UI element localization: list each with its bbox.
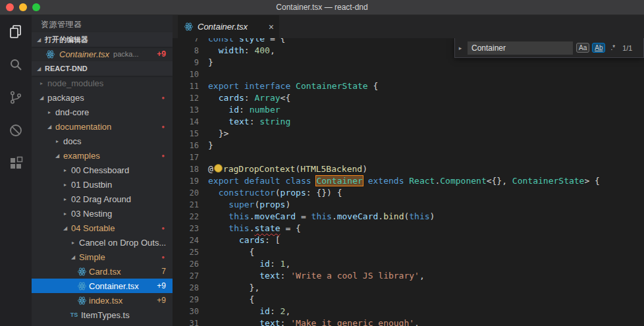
tree-item-dnd-core[interactable]: ▸dnd-core [32,105,173,119]
code-line-13[interactable]: 13 id: number [173,104,644,116]
line-content: export interface ContainerState { [208,80,644,92]
project-section-header[interactable]: ◢ REACT-DND [32,61,173,76]
line-number[interactable]: 11 [173,80,208,92]
code-line-15[interactable]: 15 }> [173,128,644,140]
line-number[interactable]: 9 [173,57,208,68]
open-editors-header[interactable]: ◢ 打开的编辑器 [32,32,173,47]
tree-item-docs[interactable]: ▸docs [32,134,173,148]
code-line-31[interactable]: 31 text: 'Make it generic enough', [173,317,644,326]
whole-word-button[interactable]: Ab [592,43,605,53]
toggle-replace-button[interactable]: ▸ [456,45,464,51]
close-window-button[interactable] [6,3,14,11]
code-line-16[interactable]: 16} [173,140,644,151]
tree-item-01-dustbin[interactable]: ▸01 Dustbin [32,177,173,192]
tree-item-index-tsx[interactable]: index.tsx+9 [32,293,173,308]
window-title: Container.tsx — react-dnd [0,3,644,12]
git-badge: +9 [157,296,166,305]
line-number[interactable]: 15 [173,128,208,140]
code-line-28[interactable]: 28 }, [173,282,644,294]
chevron-expanded-icon: ◢ [45,124,54,130]
line-number[interactable]: 20 [173,187,208,199]
code-line-23[interactable]: 23 this.state = { [173,223,644,234]
tree-item-00-chessboard[interactable]: ▸00 Chessboard [32,163,173,177]
tree-item-node-modules[interactable]: ▸node_modules [32,76,173,90]
line-number[interactable]: 31 [173,317,208,326]
react-file-icon [76,266,88,277]
file-tree: ▸node_modules◢packages●▸dnd-core◢documen… [32,76,173,326]
line-number[interactable]: 13 [173,104,208,116]
tree-item-examples[interactable]: ◢examples● [32,148,173,163]
tree-item-simple[interactable]: ◢Simple● [32,250,173,264]
tree-item-itemtypes-ts[interactable]: TSItemTypes.ts [32,308,173,322]
code-line-10[interactable]: 10 [173,68,644,80]
tree-item-card-tsx[interactable]: Card.tsx7 [32,264,173,279]
code-line-26[interactable]: 26 id: 1, [173,258,644,270]
line-number[interactable]: 27 [173,270,208,282]
line-number[interactable]: 16 [173,140,208,151]
line-number[interactable]: 30 [173,306,208,317]
tree-item-03-nesting[interactable]: ▸03 Nesting [32,206,173,221]
line-content: { [208,246,644,258]
code-line-21[interactable]: 21 super(props) [173,199,644,211]
chevron-expanded-icon: ◢ [37,95,46,101]
line-number[interactable]: 18 [173,163,208,175]
line-number[interactable]: 25 [173,246,208,258]
line-number[interactable]: 19 [173,175,208,187]
code-line-14[interactable]: 14 text: string [173,116,644,128]
code-line-24[interactable]: 24 cards: [ [173,234,644,246]
line-number[interactable]: 24 [173,234,208,246]
code-line-9[interactable]: 9} [173,57,644,68]
tab-container-tsx[interactable]: Container.tsx × [178,15,279,38]
code-line-30[interactable]: 30 id: 2, [173,306,644,317]
line-number[interactable]: 28 [173,282,208,294]
find-input[interactable] [468,41,573,55]
close-tab-icon[interactable]: × [269,22,274,32]
line-number[interactable]: 8 [173,45,208,57]
typescript-file-icon: TS [68,310,80,320]
tree-item-label: 01 Dustbin [71,180,112,190]
line-number[interactable]: 12 [173,92,208,104]
line-number[interactable]: 23 [173,223,208,234]
tree-item-cancel-on-drop-outs[interactable]: ▸Cancel on Drop Outs... [32,235,173,250]
search-icon[interactable] [7,56,24,73]
line-number[interactable]: 10 [173,68,208,80]
code-line-12[interactable]: 12 cards: Array<{ [173,92,644,104]
line-number[interactable]: 22 [173,211,208,223]
code-line-20[interactable]: 20 constructor(props: {}) { [173,187,644,199]
code-line-29[interactable]: 29 { [173,294,644,306]
find-results-count: 1/1 [622,44,632,52]
code-line-11[interactable]: 11export interface ContainerState { [173,80,644,92]
line-number[interactable]: 7 [173,38,208,45]
tree-item-stress-test[interactable]: ▸Stress Test [32,322,173,326]
tree-item-packages[interactable]: ◢packages● [32,90,173,105]
line-number[interactable]: 14 [173,116,208,128]
code-line-18[interactable]: 18@ragDropContext(HTML5Backend) [173,163,644,175]
minimize-window-button[interactable] [19,3,27,11]
code-line-17[interactable]: 17 [173,151,644,163]
code-editor[interactable]: 7const style = {8 width: 400,9}1011expor… [173,38,644,326]
line-number[interactable]: 29 [173,294,208,306]
extensions-icon[interactable] [7,155,24,172]
tree-item-02-drag-around[interactable]: ▸02 Drag Around [32,192,173,206]
files-icon[interactable] [7,23,24,40]
code-line-27[interactable]: 27 text: 'Write a cool JS library', [173,270,644,282]
tree-item-04-sortable[interactable]: ◢04 Sortable● [32,221,173,235]
tree-item-container-tsx[interactable]: Container.tsx+9 [32,279,173,293]
line-content: text: string [208,116,644,128]
tab-label: Container.tsx [198,22,265,32]
regex-button[interactable]: .* [608,43,618,53]
tree-item-documentation[interactable]: ◢documentation● [32,119,173,134]
code-line-19[interactable]: 19export default class Container extends… [173,175,644,187]
code-line-25[interactable]: 25 { [173,246,644,258]
line-number[interactable]: 17 [173,151,208,163]
match-case-button[interactable]: Aa [576,43,589,53]
line-content: constructor(props: {}) { [208,187,644,199]
chevron-collapsed-icon: ▸ [45,109,54,115]
debug-icon[interactable] [7,122,24,139]
source-control-icon[interactable] [7,89,24,106]
open-editor-item[interactable]: Container.tsx packa... +9 [32,47,173,61]
line-number[interactable]: 26 [173,258,208,270]
line-number[interactable]: 21 [173,199,208,211]
code-line-22[interactable]: 22 this.moveCard = this.moveCard.bind(th… [173,211,644,223]
zoom-window-button[interactable] [32,3,40,11]
